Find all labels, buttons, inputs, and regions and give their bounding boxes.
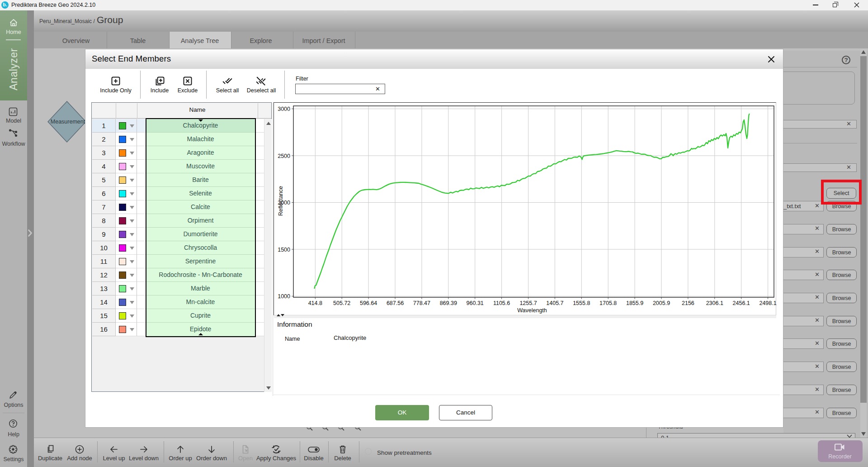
svg-text:869.39: 869.39 xyxy=(440,300,457,306)
svg-text:2500: 2500 xyxy=(278,153,290,159)
svg-text:2456.1: 2456.1 xyxy=(733,300,750,306)
svg-text:1555.8: 1555.8 xyxy=(573,300,590,306)
svg-text:1405.7: 1405.7 xyxy=(546,300,563,306)
svg-text:Reflectance: Reflectance xyxy=(278,186,284,216)
svg-text:2306.1: 2306.1 xyxy=(706,300,723,306)
svg-text:2498.1: 2498.1 xyxy=(759,300,776,306)
svg-text:1705.8: 1705.8 xyxy=(599,300,617,306)
svg-text:505.72: 505.72 xyxy=(333,300,350,306)
svg-text:1855.9: 1855.9 xyxy=(626,300,643,306)
svg-text:1000: 1000 xyxy=(278,293,290,300)
svg-text:596.64: 596.64 xyxy=(360,300,377,306)
svg-text:414.8: 414.8 xyxy=(308,300,322,306)
svg-text:2005.9: 2005.9 xyxy=(653,300,670,306)
svg-text:1255.7: 1255.7 xyxy=(519,300,537,306)
svg-text:1105.6: 1105.6 xyxy=(493,300,510,306)
svg-text:960.31: 960.31 xyxy=(467,300,484,306)
svg-text:Measurement: Measurement xyxy=(51,119,85,125)
svg-text:687.56: 687.56 xyxy=(387,300,404,306)
svg-text:2156: 2156 xyxy=(682,300,694,306)
svg-text:778.47: 778.47 xyxy=(413,300,430,306)
svg-text:Wavelength: Wavelength xyxy=(517,307,547,314)
svg-text:3000: 3000 xyxy=(278,106,290,112)
svg-text:1500: 1500 xyxy=(278,247,290,253)
